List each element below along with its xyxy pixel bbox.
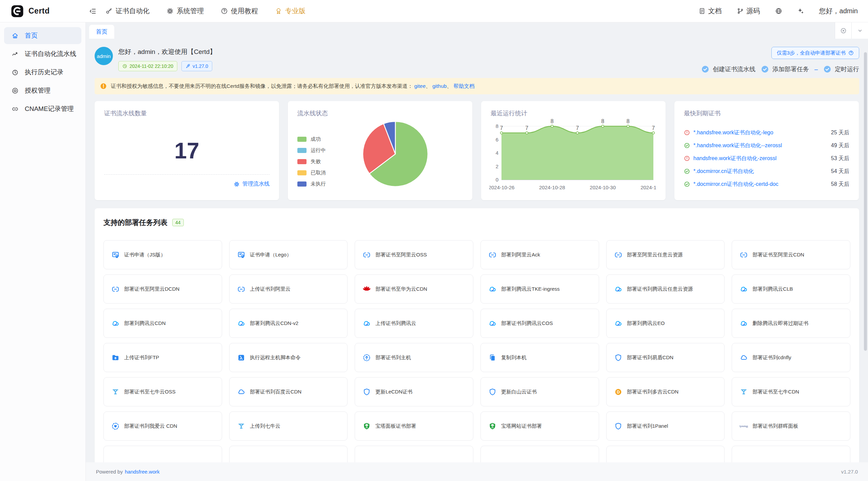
- cert-row: handsfree.work证书自动化-zerossl53 天后: [684, 152, 849, 165]
- cert-row: *.handsfree.work证书自动化-lego25 天后: [684, 126, 849, 139]
- task-card-clipped[interactable]: [480, 446, 599, 462]
- banner-link-帮助文档[interactable]: 帮助文档: [452, 83, 474, 89]
- cert-name-link[interactable]: *.docmirror.cn证书自动化-certd-doc: [693, 181, 778, 188]
- task-card[interactable]: 上传到七牛云: [229, 411, 348, 441]
- nav-docs[interactable]: 文档: [698, 6, 722, 16]
- tab-menu-button[interactable]: [851, 22, 868, 39]
- svg-text:6: 6: [496, 137, 498, 142]
- sidebar-item-pipelines[interactable]: 证书自动化流水线: [4, 45, 81, 62]
- task-card[interactable]: 部署到腾讯云CDN-v2: [229, 309, 348, 338]
- cert-name-link[interactable]: *.handsfree.work证书自动化-lego: [693, 129, 773, 136]
- task-card[interactable]: 证书申请（JS版）: [103, 240, 222, 269]
- task-card[interactable]: 上传证书到腾讯云: [355, 309, 473, 338]
- task-card-clipped[interactable]: [103, 446, 222, 462]
- task-card-clipped[interactable]: [229, 446, 348, 462]
- task-card[interactable]: 上传证书到FTP: [103, 343, 222, 372]
- task-card[interactable]: 部署证书到百度云CDN: [229, 377, 348, 406]
- task-card[interactable]: 部署证书到我爱云 CDN: [103, 411, 222, 441]
- nav-source[interactable]: 源码: [737, 6, 760, 16]
- task-card[interactable]: 部署证书至阿里云CDN: [732, 240, 850, 269]
- scrollbar-thumb[interactable]: [864, 52, 867, 351]
- task-card[interactable]: 部署证书至阿里云OSS: [355, 240, 473, 269]
- nav-cert-automation[interactable]: 证书自动化: [105, 6, 150, 16]
- task-label: 复制到本机: [501, 354, 527, 361]
- task-card[interactable]: 部署至阿里云任意云资源: [606, 240, 725, 269]
- task-card-clipped[interactable]: [355, 446, 473, 462]
- warning-icon: [100, 83, 107, 90]
- task-label: 执行远程主机脚本命令: [250, 354, 301, 361]
- nav-pro-edition[interactable]: 专业版: [275, 6, 305, 16]
- task-card-clipped[interactable]: [732, 446, 850, 462]
- task-card[interactable]: 部署到腾讯云TKE-ingress: [480, 274, 599, 304]
- shield-icon: [362, 388, 371, 396]
- sidebar-item-cname[interactable]: CNAME记录管理: [4, 100, 81, 117]
- task-card[interactable]: 部署证书至七牛云OSS: [103, 377, 222, 406]
- task-card[interactable]: 部署证书到1Panel: [606, 411, 725, 441]
- legend-item[interactable]: 已取消: [297, 167, 326, 178]
- cert-name-link[interactable]: *.handsfree.work证书自动化--zerossl: [693, 142, 782, 149]
- svg-text:8: 8: [627, 118, 630, 124]
- quick-guide-button[interactable]: 仅需3步，全自动申请部署证书: [771, 47, 859, 59]
- svg-text:0: 0: [496, 177, 498, 182]
- sidebar-item-history[interactable]: 执行历史记录: [4, 64, 81, 81]
- handsfree-link[interactable]: handsfree.work: [125, 469, 160, 475]
- task-label: 证书申请（Lego）: [250, 252, 292, 258]
- task-card[interactable]: 部署到腾讯云CDN: [103, 309, 222, 338]
- shield-icon: [614, 422, 623, 430]
- task-card[interactable]: 部署证书到主机: [355, 343, 473, 372]
- nav-language[interactable]: [775, 7, 782, 15]
- task-card[interactable]: D部署证书到多吉云CDN: [606, 377, 725, 406]
- legend-item[interactable]: 运行中: [297, 145, 326, 156]
- task-card[interactable]: 部署到腾讯云EO: [606, 309, 725, 338]
- task-card[interactable]: 删除腾讯云即将过期证书: [732, 309, 850, 338]
- banner-link-gitee[interactable]: gitee: [413, 83, 426, 89]
- content-scroll-area[interactable]: admin 您好，admin，欢迎使用【Certd】 2024-11-02 22…: [86, 39, 868, 462]
- task-card[interactable]: 执行远程主机脚本命令: [229, 343, 348, 372]
- sidebar-item-auth[interactable]: 授权管理: [4, 82, 81, 99]
- cert-name-link[interactable]: handsfree.work证书自动化-zerossl: [693, 155, 776, 162]
- task-card[interactable]: 证书申请（Lego）: [229, 240, 348, 269]
- task-card[interactable]: 上传证书到阿里云: [229, 274, 348, 304]
- sidebar-item-home[interactable]: 首页: [4, 27, 81, 44]
- task-card[interactable]: 部署证书至阿里云DCDN: [103, 274, 222, 304]
- nav-system-manage[interactable]: 系统管理: [166, 6, 204, 16]
- task-card[interactable]: 部署证书至华为云CDN: [355, 274, 473, 304]
- task-card[interactable]: 宝塔网站证书部署: [480, 411, 599, 441]
- legend-item[interactable]: 成功: [297, 134, 326, 145]
- close-tabs-button[interactable]: [835, 22, 851, 39]
- avatar[interactable]: admin: [95, 47, 113, 65]
- task-card[interactable]: 部署证书到腾讯云任意云资源: [606, 274, 725, 304]
- collapse-menu-icon[interactable]: [89, 7, 97, 15]
- app-logo[interactable]: Certd: [10, 4, 86, 18]
- task-card[interactable]: 部署证书到易盾CDN: [606, 343, 725, 372]
- tencent-icon: [237, 319, 245, 328]
- vertical-scrollbar[interactable]: [864, 39, 867, 462]
- tab-home[interactable]: 首页: [89, 25, 114, 39]
- banner-link-github[interactable]: github: [431, 83, 447, 89]
- task-card[interactable]: 更新LeCDN证书: [355, 377, 473, 406]
- task-card[interactable]: 更新白山云证书: [480, 377, 599, 406]
- task-card-clipped[interactable]: [606, 446, 725, 462]
- cert-name-link[interactable]: *.docmirror.cn证书自动化: [693, 168, 754, 175]
- user-greeting[interactable]: 您好，admin: [819, 6, 858, 16]
- doc-icon: [698, 7, 706, 15]
- nav-theme[interactable]: [797, 7, 804, 15]
- task-card[interactable]: 部署证书到cdnfly: [732, 343, 850, 372]
- step-separator: –: [814, 66, 818, 73]
- qiniu-icon: [237, 422, 245, 430]
- nav-tutorial[interactable]: 使用教程: [221, 6, 258, 16]
- task-label: 部署到腾讯云TKE-ingress: [501, 286, 560, 292]
- task-label: 上传证书到FTP: [124, 354, 159, 361]
- task-card[interactable]: 宝塔面板证书部署: [355, 411, 473, 441]
- task-card[interactable]: 部署证书至七牛CDN: [732, 377, 850, 406]
- task-card[interactable]: 部署证书到腾讯云COS: [480, 309, 599, 338]
- welcome-title: 您好，admin，欢迎使用【Certd】: [118, 47, 216, 56]
- task-card[interactable]: 部署到腾讯云CLB: [732, 274, 850, 304]
- task-card[interactable]: 复制到本机: [480, 343, 599, 372]
- task-card[interactable]: Synology部署证书到群晖面板: [732, 411, 850, 441]
- task-label: 部署证书至七牛CDN: [752, 389, 799, 395]
- legend-item[interactable]: 未执行: [297, 178, 326, 190]
- legend-item[interactable]: 失败: [297, 156, 326, 167]
- manage-pipelines-link[interactable]: 管理流水线: [234, 180, 270, 188]
- task-card[interactable]: 部署到阿里云Ack: [480, 240, 599, 269]
